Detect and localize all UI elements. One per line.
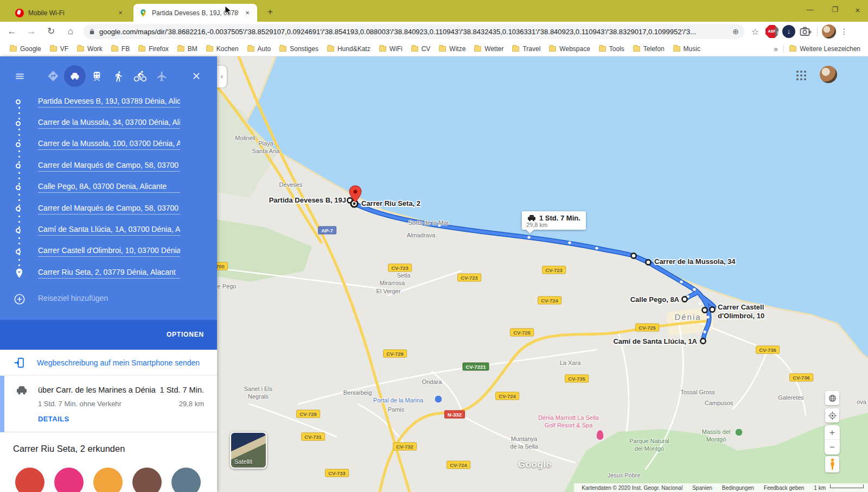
bookmark-vf[interactable]: VF bbox=[46, 43, 73, 54]
explore-category-5[interactable] bbox=[171, 468, 201, 492]
explore-category-4[interactable] bbox=[132, 468, 162, 492]
bookmark-witze[interactable]: Witze bbox=[435, 43, 470, 54]
chrome-menu-icon[interactable]: ⋮ bbox=[840, 27, 848, 36]
google-apps-grid-icon[interactable] bbox=[795, 70, 807, 81]
map-label-d-nia-marriott-la-sella-golf-resort-spa[interactable]: Dénia Marriott La Sella Golf Resort & Sp… bbox=[538, 414, 599, 430]
add-destination-row[interactable]: Reiseziel hinzufügen bbox=[0, 288, 217, 311]
lock-icon[interactable] bbox=[89, 28, 95, 35]
close-directions-button[interactable] bbox=[186, 65, 207, 87]
bookmark-webspace[interactable]: Webspace bbox=[545, 43, 594, 54]
bookmark-auto[interactable]: Auto bbox=[243, 43, 276, 54]
waypoint-input[interactable]: Carrer Riu Seta, 2, 03779 Dénia, Alacant bbox=[38, 268, 180, 279]
mode-best-route[interactable] bbox=[42, 65, 64, 87]
waypoint-row-7[interactable]: Camí de Santa Llúcia, 1A, 03700 Dénia, A… bbox=[0, 219, 217, 241]
explore-category-2[interactable] bbox=[54, 468, 84, 492]
zoom-control: + − bbox=[825, 425, 840, 455]
zoom-out-button[interactable]: − bbox=[825, 440, 840, 455]
bookmark-kochen[interactable]: Kochen bbox=[202, 43, 243, 54]
back-icon[interactable]: ← bbox=[4, 24, 20, 39]
bookmark-firefox[interactable]: Firefox bbox=[134, 43, 173, 54]
new-tab-button[interactable]: + bbox=[264, 5, 277, 18]
bookmark-wifi[interactable]: WiFi bbox=[375, 43, 407, 54]
bookmark-label: Google bbox=[20, 45, 41, 53]
screenshot-camera-icon[interactable] bbox=[799, 25, 812, 38]
bookmark-cv[interactable]: CV bbox=[407, 43, 435, 54]
pegman-button[interactable] bbox=[825, 456, 839, 472]
waypoint-row-3[interactable]: Carrer de la Mussola, 100, 03700 Dénia, … bbox=[0, 134, 217, 155]
profile-avatar[interactable] bbox=[822, 24, 836, 39]
options-button[interactable]: OPTIONEN bbox=[167, 331, 204, 338]
details-link[interactable]: DETAILS bbox=[38, 415, 69, 423]
folder-icon bbox=[138, 46, 145, 52]
bookmark-tools[interactable]: Tools bbox=[595, 43, 629, 54]
attribution-bedingungen[interactable]: Bedingungen bbox=[722, 485, 754, 491]
send-to-phone-row[interactable]: Wegbeschreibung auf mein Smartphone send… bbox=[0, 350, 217, 376]
tab-close-icon[interactable]: × bbox=[116, 9, 125, 17]
waypoint-row-5[interactable]: Calle Pego, 8A, 03700 Denia, Alicante bbox=[0, 177, 217, 198]
menu-button[interactable] bbox=[9, 65, 30, 87]
bookmark-label: WiFi bbox=[390, 45, 403, 53]
account-avatar[interactable] bbox=[820, 66, 837, 83]
mode-cycling[interactable] bbox=[129, 65, 151, 87]
mode-walking[interactable] bbox=[107, 65, 129, 87]
waypoint-input[interactable]: Partida Deveses B, 19J, 03789 Dénia, Ali… bbox=[38, 97, 180, 108]
waypoint-input[interactable]: Carrer del Marqués de Campo, 58, 03700 D… bbox=[38, 161, 180, 172]
mode-transit[interactable] bbox=[86, 65, 107, 87]
panel-collapse-button[interactable]: ‹ bbox=[217, 66, 227, 87]
close-button[interactable]: × bbox=[850, 5, 866, 16]
mode-driving[interactable] bbox=[64, 65, 86, 87]
waypoint-input[interactable]: Carrer del Marqués de Campo, 58, 03700 D… bbox=[38, 204, 180, 215]
waypoint-input[interactable]: Carrer de la Mussola, 100, 03700 Dénia, … bbox=[38, 139, 180, 150]
waypoint-row-2[interactable]: Carrer de la Mussola, 34, 03700 Dénia, A… bbox=[0, 112, 217, 134]
bookmark-bm[interactable]: BM bbox=[173, 43, 202, 54]
mode-flight[interactable] bbox=[151, 65, 173, 87]
bookmark-fb[interactable]: FB bbox=[107, 43, 134, 54]
bookmark-sonstiges[interactable]: Sonstiges bbox=[275, 43, 323, 54]
bookmark-hund-katz[interactable]: Hund&Katz bbox=[323, 43, 375, 54]
waypoint-row-4[interactable]: Carrer del Marqués de Campo, 58, 03700 D… bbox=[0, 155, 217, 176]
bookmark-google[interactable]: Google bbox=[5, 43, 46, 54]
bookmark-music[interactable]: Music bbox=[669, 43, 705, 54]
explore-category-1[interactable] bbox=[15, 468, 44, 492]
bookmark-telefon[interactable]: Telefon bbox=[629, 43, 669, 54]
zoom-page-icon[interactable]: ⊕ bbox=[732, 27, 739, 36]
globe-layer-button[interactable] bbox=[825, 391, 839, 405]
explore-category-3[interactable] bbox=[93, 468, 123, 492]
attribution-feedback-geben[interactable]: Feedback geben bbox=[764, 485, 805, 491]
waypoint-row-8[interactable]: Carrer Castell d'Olimbroi, 10, 03700 Dén… bbox=[0, 241, 217, 262]
zoom-in-button[interactable]: + bbox=[825, 425, 840, 440]
waypoint-row-9[interactable]: Carrer Riu Seta, 2, 03779 Dénia, Alacant bbox=[0, 262, 217, 283]
map-label-portal-de-la-marina[interactable]: Portal de la Marina bbox=[373, 397, 423, 405]
route-time-bubble[interactable]: 1 Std. 7 Min. 29,8 km bbox=[522, 211, 586, 230]
forward-icon[interactable]: → bbox=[24, 24, 39, 39]
waypoint-row-1[interactable]: Partida Deveses B, 19J, 03789 Dénia, Ali… bbox=[0, 91, 217, 112]
tab-close-icon[interactable]: × bbox=[243, 9, 252, 17]
bookmark-wetter[interactable]: Wetter bbox=[470, 43, 508, 54]
home-icon[interactable]: ⌂ bbox=[63, 24, 78, 39]
minimize-button[interactable]: — bbox=[802, 5, 818, 16]
map-attribution: Kartendaten © 2020 Inst. Geogr. Nacional… bbox=[574, 483, 868, 492]
reload-icon[interactable]: ↻ bbox=[43, 24, 59, 39]
restore-button[interactable]: ❐ bbox=[827, 5, 843, 16]
bookmark-work[interactable]: Work bbox=[73, 43, 107, 54]
waypoint-input[interactable]: Carrer de la Mussola, 34, 03700 Dénia, A… bbox=[38, 118, 180, 129]
my-location-button[interactable] bbox=[825, 408, 839, 422]
road-badge-cv-729: CV-729 bbox=[383, 350, 407, 358]
download-extension-icon[interactable]: ↓ bbox=[782, 25, 795, 38]
waypoint-input[interactable]: Calle Pego, 8A, 03700 Denia, Alicante bbox=[38, 182, 180, 193]
tab-maps[interactable]: Partida Deveses B, 19J, 03789 Dé × bbox=[133, 4, 257, 22]
globe-icon bbox=[828, 394, 837, 403]
waypoint-input[interactable]: Carrer Castell d'Olimbroi, 10, 03700 Dén… bbox=[38, 246, 180, 257]
satellite-layer-thumbnail[interactable]: Satellit bbox=[230, 432, 267, 469]
waypoint-row-6[interactable]: Carrer del Marqués de Campo, 58, 03700 D… bbox=[0, 198, 217, 219]
bookmarks-overflow-icon[interactable]: » bbox=[768, 45, 783, 53]
map-canvas[interactable]: MolinellPlaya Santa AnaDevesesSorts de l… bbox=[217, 56, 868, 492]
tab-mobile-wifi[interactable]: Mobile Wi-Fi × bbox=[10, 4, 130, 22]
address-bar[interactable]: google.com/maps/dir/'38.8682216,-0.00375… bbox=[84, 24, 744, 39]
bookmark-travel[interactable]: Travel bbox=[508, 43, 545, 54]
adblock-extension-icon[interactable]: ABP1 bbox=[765, 25, 778, 38]
other-bookmarks[interactable]: Weitere Lesezeichen bbox=[783, 45, 868, 53]
waypoint-input[interactable]: Camí de Santa Llúcia, 1A, 03700 Dénia, A… bbox=[38, 225, 180, 236]
route-summary-card[interactable]: über Carr. de les Marines a Dénia 1 Std.… bbox=[0, 376, 217, 432]
bookmark-star-icon[interactable]: ☆ bbox=[749, 27, 762, 37]
